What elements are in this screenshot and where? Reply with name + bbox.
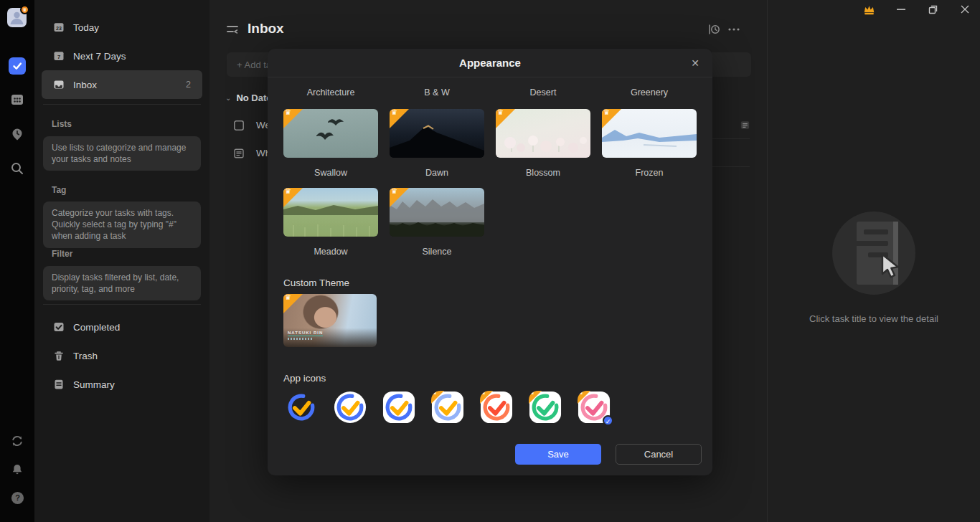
completed-icon: [53, 321, 65, 333]
app-icon-option-2[interactable]: [334, 391, 367, 424]
modal-buttons: Save Cancel: [515, 444, 702, 465]
note-icon: [740, 120, 750, 130]
help-icon[interactable]: ?: [9, 489, 26, 506]
user-avatar[interactable]: ♛: [7, 8, 27, 27]
theme-option-blossom[interactable]: ♛: [496, 109, 590, 158]
app-icon-option-6[interactable]: ♛: [529, 391, 562, 424]
theme-row-1: ♛♛♛♛: [283, 109, 697, 158]
svg-text:23: 23: [56, 26, 62, 31]
svg-text:?: ?: [15, 493, 20, 502]
sidebar-item-trash[interactable]: Trash: [42, 341, 202, 370]
theme-name-dawn: Dawn: [390, 168, 484, 178]
clock-icon[interactable]: [707, 22, 721, 37]
sidebar-item-completed[interactable]: Completed: [42, 313, 202, 341]
photo-watermark: NATSUKI RIN: [288, 324, 323, 340]
theme-option-dawn[interactable]: ♛: [390, 109, 484, 158]
custom-theme-thumbnail[interactable]: ♛NATSUKI RIN: [283, 294, 377, 347]
theme-label-architecture: Architecture: [283, 87, 378, 98]
section-hint-lists: Use lists to categorize and manage your …: [43, 136, 201, 171]
calendar-today-icon: 23: [53, 22, 65, 33]
save-button[interactable]: Save: [515, 444, 601, 465]
calendar-nav-icon[interactable]: [9, 91, 26, 108]
modal-title: Appearance: [268, 49, 712, 77]
modal-header: Appearance ✕: [268, 49, 712, 77]
app-icon-option-1[interactable]: [285, 391, 318, 424]
summary-icon: [53, 379, 65, 390]
theme-option-frozen[interactable]: ♛: [602, 109, 697, 158]
close-window-button[interactable]: [954, 1, 976, 17]
minimize-button[interactable]: [890, 1, 912, 17]
section-hint-tag: Categorize your tasks with tags. Quickly…: [43, 201, 201, 248]
sidebar-item-next-7-days[interactable]: 7Next 7 Days: [42, 42, 202, 70]
sidebar-item-today[interactable]: 23Today: [42, 13, 202, 42]
theme-option-silence[interactable]: ♛: [390, 188, 484, 237]
group-header-no-date[interactable]: ⌄ No Date: [225, 92, 272, 103]
sidebar-item-inbox[interactable]: Inbox2: [42, 70, 202, 99]
section-hint-filter: Display tasks filtered by list, date, pr…: [43, 266, 201, 300]
theme-name-meadow: Meadow: [283, 247, 378, 257]
theme-name-frozen: Frozen: [602, 168, 697, 178]
theme-option-meadow[interactable]: ♛: [283, 188, 378, 237]
list-header: Inbox: [209, 19, 767, 42]
theme-label-greenery: Greenery: [602, 87, 697, 98]
more-options-icon[interactable]: [727, 22, 741, 37]
note-icon: [233, 148, 245, 159]
premium-crown-badge: ♛: [283, 294, 303, 313]
section-title-lists: Lists: [52, 119, 72, 129]
theme-label-b-w: B & W: [390, 87, 484, 98]
premium-crown-badge: ♛: [20, 5, 29, 14]
sync-icon[interactable]: [9, 432, 26, 450]
notifications-bell-icon[interactable]: [9, 461, 26, 478]
sidebar: 23Today7Next 7 DaysInbox2 ListsUse lists…: [34, 0, 209, 522]
upgrade-crown-icon[interactable]: [858, 1, 880, 17]
appearance-modal: Appearance ✕ ArchitectureB & WDesertGree…: [268, 49, 712, 475]
cancel-button[interactable]: Cancel: [616, 444, 702, 465]
custom-theme-label: Custom Theme: [283, 277, 349, 288]
selected-check-badge: ✓: [603, 415, 613, 426]
search-nav-icon[interactable]: [9, 160, 26, 177]
empty-detail-message: Click task title to view the detail: [768, 313, 980, 324]
tasks-nav-icon[interactable]: [9, 57, 26, 75]
trash-icon: [53, 350, 65, 361]
calendar-week-icon: 7: [53, 50, 65, 62]
collapse-sidebar-icon[interactable]: [225, 22, 240, 37]
theme-name-blossom: Blossom: [496, 168, 590, 178]
theme-name-silence: Silence: [390, 247, 484, 257]
app-icon-option-3[interactable]: [382, 391, 415, 424]
restore-button[interactable]: [923, 1, 944, 17]
inbox-icon: [53, 79, 65, 90]
task-checkbox[interactable]: [233, 120, 245, 131]
theme-labels-row-offscreen: ArchitectureB & WDesertGreenery: [283, 87, 697, 98]
app-window: ♛ ? 23Today7Next 7 DaysInbox2 ListsU: [0, 0, 980, 522]
empty-detail-illustration: [832, 212, 915, 295]
theme-label-desert: Desert: [496, 87, 590, 98]
count-badge: 2: [186, 80, 191, 90]
svg-text:7: 7: [57, 54, 60, 60]
app-icon-option-5[interactable]: ♛: [480, 391, 513, 424]
task-detail-panel: Click task title to view the detail: [767, 0, 980, 522]
section-title-filter: Filter: [52, 249, 72, 259]
theme-option-swallow[interactable]: ♛: [283, 109, 378, 158]
page-title: Inbox: [248, 21, 284, 37]
section-title-tag: Tag: [52, 185, 66, 195]
sidebar-item-summary[interactable]: Summary: [42, 370, 202, 399]
focus-nav-icon[interactable]: [9, 125, 26, 143]
app-icon-option-7[interactable]: ♛✓: [578, 391, 611, 424]
sidebar-divider: [43, 304, 201, 305]
theme-row-2: ♛♛: [283, 188, 484, 237]
sidebar-divider: [43, 104, 201, 105]
theme-name-swallow: Swallow: [283, 168, 378, 178]
chevron-down-icon: ⌄: [225, 94, 231, 102]
close-icon[interactable]: ✕: [688, 56, 702, 70]
app-icons-label: App icons: [283, 373, 326, 384]
app-rail: ♛ ?: [0, 0, 34, 522]
app-icons-row: ♛♛♛♛✓: [285, 391, 611, 424]
app-icon-option-4[interactable]: ♛: [431, 391, 464, 424]
